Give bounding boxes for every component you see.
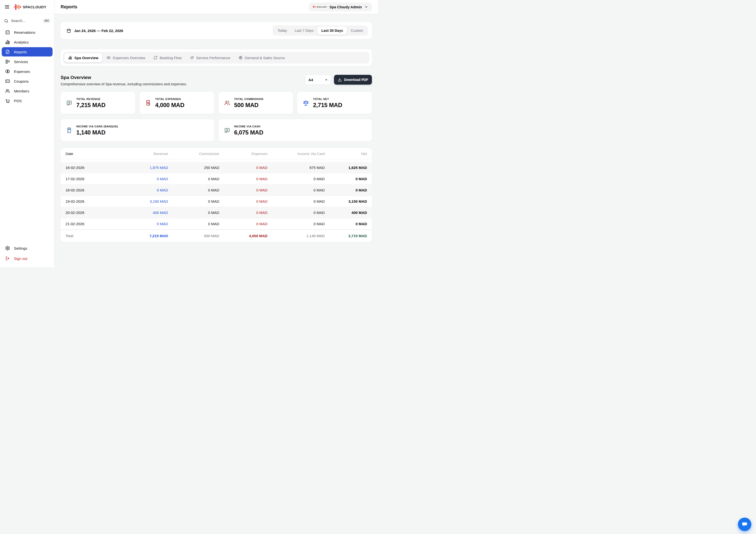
date-preset-group: Today Last 7 Days Last 30 Days Custom [273, 25, 368, 36]
chevron-down-icon [325, 78, 328, 81]
users-icon [5, 89, 10, 93]
net-cell: 3,150 MAD [325, 199, 367, 203]
sidebar-footer: Settings Sign out [0, 244, 54, 267]
sidebar-item-label: Members [14, 89, 29, 93]
account-label: Spa Cloudy Admin [329, 5, 362, 9]
date-range-picker[interactable]: Jan 24, 2026 — Feb 22, 2026 [67, 28, 123, 33]
sidebar-item-services[interactable]: Services [2, 57, 53, 66]
date-cell: 21-02-2026 [66, 222, 129, 226]
expenses-cell: 0 MAD [219, 199, 267, 203]
preset-custom[interactable]: Custom [347, 26, 367, 35]
sidebar-item-pos[interactable]: POS [2, 96, 53, 105]
report-tabs-card: Spa Overview Expenses Overview Booking F… [61, 49, 372, 66]
tab-demand-sales-source[interactable]: Demand & Sales Source [235, 53, 289, 62]
account-brand-name: SPACLOUDY [317, 6, 327, 8]
income-via-card-cell: 0 MAD [267, 222, 325, 226]
commission-cell: 0 MAD [168, 210, 219, 215]
sidebar-item-label: POS [14, 99, 22, 103]
sign-out-icon [5, 256, 10, 261]
sidebar-header: SPACLOUDY [0, 0, 54, 14]
stat-value: 1,140 MAD [76, 129, 118, 136]
sidebar-item-label: Reservations [14, 30, 36, 35]
account-brand-logo: SPACLOUDY [312, 5, 327, 8]
income-via-card-cell: 875 MAD [267, 166, 325, 170]
file-icon [5, 49, 10, 54]
sidebar-item-label: Expenses [14, 69, 30, 74]
tab-expenses-overview[interactable]: Expenses Overview [103, 53, 149, 62]
sidebar-item-coupons[interactable]: Coupons [2, 76, 53, 86]
tab-label: Expenses Overview [113, 56, 145, 60]
users-icon [224, 100, 230, 106]
chevron-down-icon [364, 5, 368, 9]
cart-icon [5, 98, 10, 103]
revenue-cell: 0 MAD [129, 222, 168, 226]
stat-text: INCOME VIA CARD (BANQUE) 1,140 MAD [76, 125, 118, 136]
sidebar-item-label: Analytics [14, 40, 29, 44]
stat-label: TOTAL COMMISSION [234, 97, 263, 100]
sidebar-nav: Reservations Analytics Reports Services … [0, 25, 54, 105]
logo-bars-icon [14, 4, 21, 10]
section-header: Spa Overview Comprehensive overview of S… [61, 75, 372, 86]
sidebar-item-expenses[interactable]: Expenses [2, 67, 53, 76]
search-shortcut-badge: ⌘K [42, 18, 51, 23]
sidebar-item-reports[interactable]: Reports [2, 47, 53, 57]
preset-last-7-days[interactable]: Last 7 Days [291, 26, 318, 35]
preset-last-30-days[interactable]: Last 30 Days [317, 26, 347, 35]
expenses-cell: 0 MAD [219, 188, 267, 192]
stat-value: 6,075 MAD [234, 129, 263, 136]
stat-label: TOTAL EXPENSES [155, 97, 184, 100]
table-row: 17-02-2026 0 MAD 0 MAD 0 MAD 0 MAD 0 MAD [61, 174, 372, 185]
stat-value: 2,715 MAD [313, 102, 342, 109]
stat-label: INCOME VIA CASH [234, 125, 263, 128]
column-header-expenses: Expenses [219, 151, 267, 156]
search-input[interactable]: Search... ⌘K [0, 16, 54, 25]
sidebar-item-members[interactable]: Members [2, 86, 53, 95]
section-heading-block: Spa Overview Comprehensive overview of S… [61, 75, 187, 86]
paper-size-select[interactable]: A4 [305, 75, 331, 85]
scale-icon [303, 100, 309, 106]
main-area: Reports SPACLOUDY Spa Cloudy Admin Jan 2 [55, 0, 378, 267]
bar-chart-icon [5, 40, 10, 44]
tab-service-performance[interactable]: Service Performance [186, 53, 234, 62]
revenue-cell: 0 MAD [129, 188, 168, 192]
stat-text: INCOME VIA CASH 6,075 MAD [234, 125, 263, 136]
stat-label: INCOME VIA CARD (BANQUE) [76, 125, 118, 128]
sidebar-item-analytics[interactable]: Analytics [2, 38, 53, 47]
tab-booking-flow[interactable]: Booking Flow [149, 53, 186, 62]
menu-icon[interactable] [3, 3, 11, 11]
table-row: 20-02-2026 400 MAD 0 MAD 0 MAD 0 MAD 400… [61, 207, 372, 218]
revenue-cell: 400 MAD [129, 210, 168, 215]
date-filter-card: Jan 24, 2026 — Feb 22, 2026 Today Last 7… [61, 22, 372, 39]
stat-card-total-expenses: TOTAL EXPENSES 4,000 MAD [140, 92, 214, 114]
table-header-row: Date Revenue Commission Expenses Income … [61, 148, 372, 159]
gear-icon [5, 246, 10, 251]
commission-cell: 0 MAD [168, 199, 219, 203]
total-net-cell: 2,715 MAD [325, 234, 367, 238]
stat-value: 500 MAD [234, 102, 263, 109]
daily-report-table: Date Revenue Commission Expenses Income … [61, 148, 372, 242]
commission-cell: 250 MAD [168, 166, 219, 170]
download-pdf-button[interactable]: Download PDF [334, 75, 372, 85]
date-cell: 16-02-2026 [66, 166, 129, 170]
tab-spa-overview[interactable]: Spa Overview [64, 53, 102, 62]
banknote-icon [107, 56, 111, 60]
income-cards-row: INCOME VIA CARD (BANQUE) 1,140 MAD INCOM… [61, 119, 372, 141]
section-actions: A4 Download PDF [305, 75, 372, 85]
stat-card-total-net: TOTAL NET 2,715 MAD [297, 92, 372, 114]
sign-out-button[interactable]: Sign out [2, 254, 53, 263]
table-spacer [61, 159, 372, 162]
download-icon [338, 78, 342, 82]
net-cell: 0 MAD [325, 188, 367, 192]
banknote-icon [66, 100, 72, 106]
date-range-label: Jan 24, 2026 — Feb 22, 2026 [74, 29, 123, 33]
account-menu-button[interactable]: SPACLOUDY Spa Cloudy Admin [309, 3, 372, 11]
globe-icon [239, 56, 243, 60]
sidebar-item-reservations[interactable]: Reservations [2, 28, 53, 37]
commission-cell: 0 MAD [168, 188, 219, 192]
table-row: 19-02-2026 3,150 MAD 0 MAD 0 MAD 0 MAD 3… [61, 196, 372, 207]
settings-button[interactable]: Settings [2, 244, 53, 253]
calendar-icon [5, 30, 10, 35]
brand-name: SPACLOUDY [23, 5, 46, 9]
revenue-cell: 0 MAD [129, 177, 168, 181]
preset-today[interactable]: Today [274, 26, 291, 35]
